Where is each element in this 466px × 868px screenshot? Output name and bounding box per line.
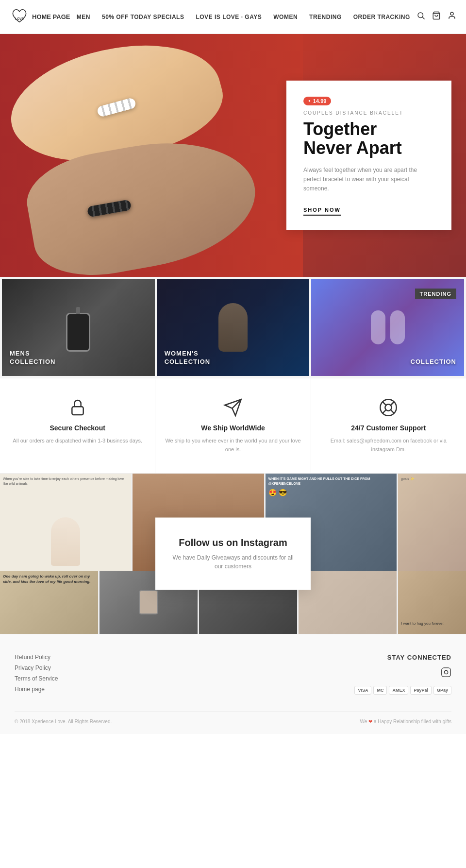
insta-text-1: When you're able to take time to enjoy e… [0,474,131,489]
insta-lower-5-text: I want to hug you forever. [398,618,448,629]
collections-section: MENS COLLECTION WOMEN'S COLLECTION TREND… [0,277,466,378]
amex-icon: AMEX [389,686,408,695]
account-icon[interactable] [448,11,456,22]
tagline: We ❤ a Happy Relationship filled with gi… [360,719,451,724]
svg-text:love: love [15,17,24,20]
hero-image [0,34,303,277]
trending-collection[interactable]: TRENDING COLLECTION [311,279,464,376]
insta-text-3: WHEN IT'S GAME NIGHT AND HE PULLS OUT TH… [266,474,397,500]
footer-top: Refund Policy Privacy Policy Terms of Se… [15,654,451,697]
site-header: love HOME PAGE MEN 50% OFF TODAY SPECIAL… [0,0,466,34]
insta-text-4: goals ✨ [398,474,417,484]
hero-description: Always feel together when you are apart … [303,166,434,194]
copyright: © 2018 Xperience Love. All Rights Reserv… [15,719,112,724]
trending-bottom-label: COLLECTION [411,358,457,366]
payment-icons: VISA MC AMEX PayPal GPay [354,686,451,695]
lifebuoy-icon [321,398,456,417]
mens-label: MENS COLLECTION [10,350,56,366]
svg-line-11 [391,402,394,405]
womens-figure-deco [218,303,248,352]
hero-title: Together Never Apart [303,119,434,157]
logo[interactable]: love HOME PAGE [10,7,70,27]
watch-deco [66,313,90,352]
svg-line-2 [422,17,424,19]
features-section: Secure Checkout All our orders are dispa… [0,378,466,474]
feature-shipping-title: We Ship WorldWide [165,424,300,432]
insta-lower-4 [299,571,397,634]
womens-collection[interactable]: WOMEN'S COLLECTION [157,279,310,376]
cart-icon[interactable] [432,11,441,22]
couple-deco [371,310,405,344]
svg-line-8 [383,402,386,405]
footer-links: Refund Policy Privacy Policy Terms of Se… [15,654,58,697]
header-icons [416,11,456,22]
privacy-policy-link[interactable]: Privacy Policy [15,664,58,671]
trending-badge: TRENDING [415,289,456,299]
feature-support: 24/7 Customer Support Email: sales@xpfre… [311,378,466,473]
refund-policy-link[interactable]: Refund Policy [15,654,58,661]
feature-checkout-desc: All our orders are dispatched within 1-3… [10,437,145,445]
instagram-title: Follow us on Instagram [170,537,296,548]
mastercard-icon: MC [373,686,387,695]
svg-rect-5 [72,407,83,415]
feature-checkout-title: Secure Checkout [10,424,145,432]
nav-trending[interactable]: TRENDING [309,14,342,20]
stay-connected-title: STAY CONNECTED [354,654,451,661]
nav-men[interactable]: MEN [77,14,90,20]
price-badge: 14.99 [303,96,331,105]
instagram-section: When you're able to take time to enjoy e… [0,474,466,634]
footer-bottom: © 2018 Xperience Love. All Rights Reserv… [15,711,451,724]
hero-subtitle: COUPLES DISTANCE BRACELET [303,110,434,115]
insta-lower-1: One day I am going to wake up, roll over… [0,571,98,634]
svg-line-9 [391,410,394,413]
instagram-desc: We have Daily Giveaways and discounts fo… [170,553,296,571]
svg-point-7 [385,404,392,410]
feature-support-desc: Email: sales@xpfreedom.com on facebook o… [321,437,456,454]
visa-icon: VISA [354,686,371,695]
home-page-link[interactable]: Home page [15,686,58,693]
lock-icon [10,398,145,417]
logo-text: HOME PAGE [32,13,70,20]
gpay-icon: GPay [433,686,451,695]
hero-card: 14.99 COUPLES DISTANCE BRACELET Together… [286,81,451,230]
terms-link[interactable]: Terms of Service [15,675,58,682]
feature-shipping-desc: We ship to you where ever in the world y… [165,437,300,454]
nav-order-tracking[interactable]: ORDER TRACKING [353,14,410,20]
heart-icon: ❤ [368,719,372,724]
feature-support-title: 24/7 Customer Support [321,424,456,432]
svg-line-12 [383,410,386,413]
main-nav: MEN 50% OFF TODAY SPECIALS LOVE IS LOVE … [77,14,410,20]
shop-now-button[interactable]: SHOP NOW [303,207,341,216]
feature-checkout: Secure Checkout All our orders are dispa… [0,378,155,473]
womens-label: WOMEN'S COLLECTION [165,350,211,366]
footer-right: STAY CONNECTED VISA MC AMEX PayPal GPay [354,654,451,697]
insta-cell-1: When you're able to take time to enjoy e… [0,474,131,571]
nav-specials[interactable]: 50% OFF TODAY SPECIALS [102,14,184,20]
hands-illustration [0,34,303,277]
logo-heart-icon: love [10,7,29,27]
svg-point-1 [418,13,423,18]
search-icon[interactable] [416,11,425,22]
paypal-icon: PayPal [410,686,432,695]
insta-cell-4: goals ✨ [398,474,466,571]
insta-lower-5: I want to hug you forever. [398,571,466,634]
feature-shipping: We Ship WorldWide We ship to you where e… [155,378,311,473]
instagram-icon[interactable] [354,667,451,680]
instagram-overlay: Follow us on Instagram We have Daily Giv… [155,518,311,590]
svg-rect-13 [442,668,450,677]
price-value: 14.99 [313,98,327,103]
mens-collection[interactable]: MENS COLLECTION [2,279,155,376]
nav-women[interactable]: WOMEN [273,14,298,20]
site-footer: Refund Policy Privacy Policy Terms of Se… [0,634,466,734]
hero-section: 14.99 COUPLES DISTANCE BRACELET Together… [0,34,466,277]
plane-icon [165,398,300,417]
nav-lgbt[interactable]: LOVE IS LOVE · GAYS [196,14,262,20]
svg-point-4 [450,12,453,15]
quote-text: One day I am going to wake up, roll over… [0,571,98,587]
